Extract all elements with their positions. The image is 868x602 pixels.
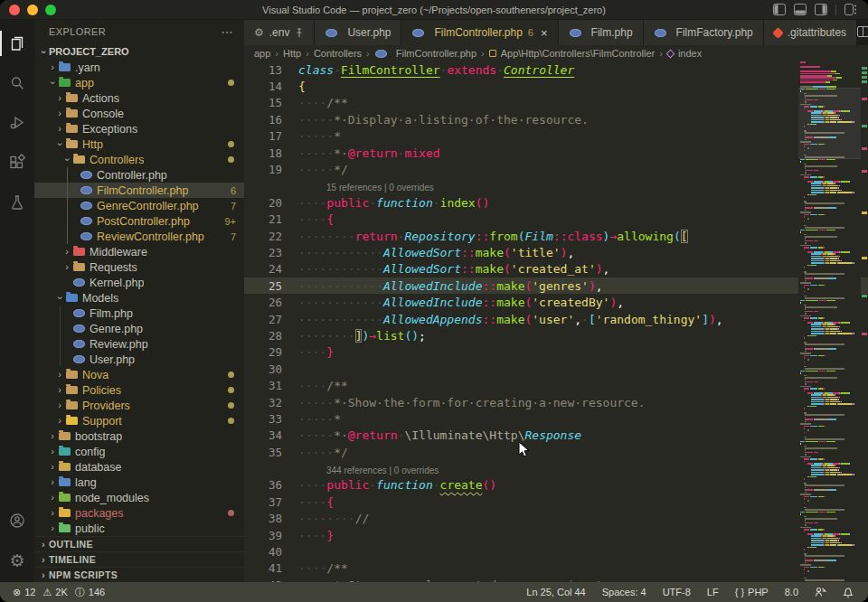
- tree-item-exceptions[interactable]: ›Exceptions: [34, 121, 244, 136]
- breadcrumb-item[interactable]: Http: [283, 48, 301, 59]
- tree-item-lang[interactable]: ›lang: [34, 475, 244, 490]
- code-line-36[interactable]: 36····public·function·create(): [244, 477, 868, 494]
- status-lf[interactable]: LF: [702, 587, 724, 597]
- tree-item-bootstrap[interactable]: ›bootstrap: [34, 428, 244, 444]
- code-line-39[interactable]: 39····}: [244, 527, 868, 543]
- tab-filmfactory-php[interactable]: FilmFactory.php: [644, 20, 764, 45]
- tree-item-console[interactable]: ›Console: [34, 106, 244, 121]
- code-line-22[interactable]: 22········return·Repository::from(Film::…: [244, 228, 868, 244]
- tree-item--yarn[interactable]: ›.yarn: [34, 60, 244, 75]
- tree-item-database[interactable]: ›database: [34, 459, 244, 475]
- project-root-folder[interactable]: › PROJECT_ZERO: [34, 43, 244, 60]
- breadcrumb-item[interactable]: FilmController.php: [396, 48, 476, 59]
- tree-item-nova[interactable]: ›Nova: [34, 367, 244, 382]
- testing-icon[interactable]: [0, 183, 34, 222]
- tree-item-postcontroller-php[interactable]: ›PostController.php9+: [34, 213, 244, 229]
- tree-item-review-php[interactable]: ›Review.php: [34, 336, 244, 352]
- minimap-viewport[interactable]: [798, 88, 861, 158]
- status-8-0[interactable]: 8.0: [779, 587, 804, 597]
- code-line-33[interactable]: 33·····*: [244, 410, 868, 427]
- breadcrumb-item[interactable]: Controllers: [314, 48, 362, 59]
- search-icon[interactable]: [0, 63, 34, 103]
- code-line-23[interactable]: 23············AllowedSort::make('title')…: [244, 244, 868, 260]
- tree-item-app[interactable]: ›app: [34, 75, 244, 90]
- split-editor-icon[interactable]: [857, 24, 868, 41]
- code-line-24[interactable]: 24············AllowedSort::make('created…: [244, 261, 868, 277]
- code-line-20[interactable]: 20····public·function·index(): [244, 194, 868, 211]
- tree-item-config[interactable]: ›config: [34, 444, 244, 459]
- status-feedback-icon[interactable]: [809, 587, 832, 597]
- status-error[interactable]: ⊗12: [9, 587, 39, 598]
- tab-film-php[interactable]: Film.php: [559, 20, 644, 45]
- code-line-37[interactable]: 37····{: [244, 494, 868, 510]
- tree-item-requests[interactable]: ›Requests: [34, 259, 244, 275]
- tree-item-support[interactable]: ›Support: [34, 413, 244, 428]
- code-line-26[interactable]: 26············AllowedInclude::make('crea…: [244, 294, 868, 310]
- code-line-32[interactable]: 32·····*·Show·the·form·for·creating·a·ne…: [244, 394, 868, 410]
- tab-filmcontroller-php[interactable]: FilmController.php6×: [401, 20, 558, 45]
- tab--gitattributes[interactable]: .gitattributes: [764, 20, 857, 45]
- tree-item-http[interactable]: ›Http: [34, 136, 244, 152]
- tree-item-genrecontroller-php[interactable]: ›GenreController.php7: [34, 198, 244, 213]
- code-line-14[interactable]: 14{: [244, 78, 868, 94]
- tab--env[interactable]: ⚙.env: [244, 20, 315, 45]
- status-info[interactable]: ⓘ146: [71, 586, 108, 599]
- explorer-more-actions[interactable]: ⋯: [222, 25, 233, 39]
- code-line-27[interactable]: 27············AllowedAppends::make('user…: [244, 311, 868, 327]
- code-line-31[interactable]: 31····/**: [244, 377, 868, 393]
- code-line-35[interactable]: 35·····*/: [244, 444, 868, 460]
- tree-item-film-php[interactable]: ›Film.php: [34, 306, 244, 321]
- tree-item-packages[interactable]: ›packages: [34, 505, 244, 521]
- toggle-secondary-sidebar-icon[interactable]: [815, 4, 827, 15]
- close-tab-icon[interactable]: ×: [541, 26, 548, 40]
- code-line-25[interactable]: 25············AllowedInclude::make('genr…: [244, 277, 868, 294]
- code-line-15[interactable]: 15····/**: [244, 95, 868, 111]
- breadcrumb-item[interactable]: App\Http\Controllers\FilmController: [501, 48, 656, 59]
- status-utf-8[interactable]: UTF-8: [657, 587, 696, 597]
- code-line-30[interactable]: 30: [244, 361, 868, 377]
- tree-item-controllers[interactable]: ›Controllers: [34, 152, 244, 167]
- code-line-16[interactable]: 16·····*·Display·a·listing·of·the·resour…: [244, 111, 868, 127]
- settings-gear-icon[interactable]: ⚙: [0, 541, 34, 580]
- code-line-13[interactable]: 13class·FilmController·extends·Controlle…: [244, 61, 868, 78]
- tree-item-user-php[interactable]: ›User.php: [34, 352, 244, 367]
- customize-layout-icon[interactable]: [844, 4, 857, 15]
- tree-item-filmcontroller-php[interactable]: ›FilmController.php6: [34, 183, 244, 198]
- code-line-18[interactable]: 18·····*·@return·mixed: [244, 145, 868, 161]
- sidebar-section-npm-scripts[interactable]: ›NPM SCRIPTS: [34, 567, 244, 582]
- code-line-29[interactable]: 29····}: [244, 344, 868, 361]
- sidebar-section-timeline[interactable]: ›TIMELINE: [34, 551, 244, 567]
- tree-item-reviewcontroller-php[interactable]: ›ReviewController.php7: [34, 229, 244, 244]
- tree-item-policies[interactable]: ›Policies: [34, 382, 244, 398]
- extensions-icon[interactable]: [0, 143, 34, 183]
- maximize-window-button[interactable]: [45, 5, 56, 15]
- accounts-icon[interactable]: [0, 501, 34, 541]
- tree-item-controller-php[interactable]: ›Controller.php: [34, 167, 244, 183]
- codelens-label[interactable]: 344 references | 0 overrides: [244, 466, 439, 477]
- toggle-sidebar-icon[interactable]: [773, 4, 786, 15]
- toggle-panel-icon[interactable]: [794, 4, 807, 15]
- code-line-41[interactable]: 41····/**: [244, 560, 868, 577]
- tree-item-providers[interactable]: ›Providers: [34, 398, 244, 413]
- status-warning[interactable]: ⚠2K: [39, 587, 71, 598]
- code-line-38[interactable]: 38········//: [244, 511, 868, 527]
- code-area[interactable]: 13class·FilmController·extends·Controlle…: [244, 61, 868, 582]
- code-line-21[interactable]: 21····{: [244, 212, 868, 228]
- code-line-34[interactable]: 34·····*·@return·\Illuminate\Http\Respon…: [244, 428, 868, 444]
- codelens-label[interactable]: 15 references | 0 overrides: [244, 183, 434, 194]
- status-bell-icon[interactable]: [837, 587, 859, 598]
- sidebar-section-outline[interactable]: ›OUTLINE: [34, 536, 244, 551]
- status-braces[interactable]: { }PHP: [730, 587, 774, 597]
- tab-user-php[interactable]: User.php: [315, 20, 401, 45]
- run-debug-icon[interactable]: [0, 103, 34, 143]
- tree-item-models[interactable]: ›Models: [34, 290, 244, 306]
- minimap[interactable]: [798, 61, 861, 582]
- breadcrumb-item[interactable]: index: [678, 48, 702, 59]
- status-ln-25-col-44[interactable]: Ln 25, Col 44: [521, 587, 590, 597]
- tree-item-kernel-php[interactable]: ›Kernel.php: [34, 275, 244, 290]
- code-line-17[interactable]: 17·····*: [244, 128, 868, 145]
- code-line-42[interactable]: 42·····*·Store·a·newly·created·resource·…: [244, 577, 868, 582]
- code-line-19[interactable]: 19·····*/: [244, 161, 868, 177]
- tree-item-node-modules[interactable]: ›node_modules: [34, 490, 244, 505]
- tree-item-genre-php[interactable]: ›Genre.php: [34, 321, 244, 336]
